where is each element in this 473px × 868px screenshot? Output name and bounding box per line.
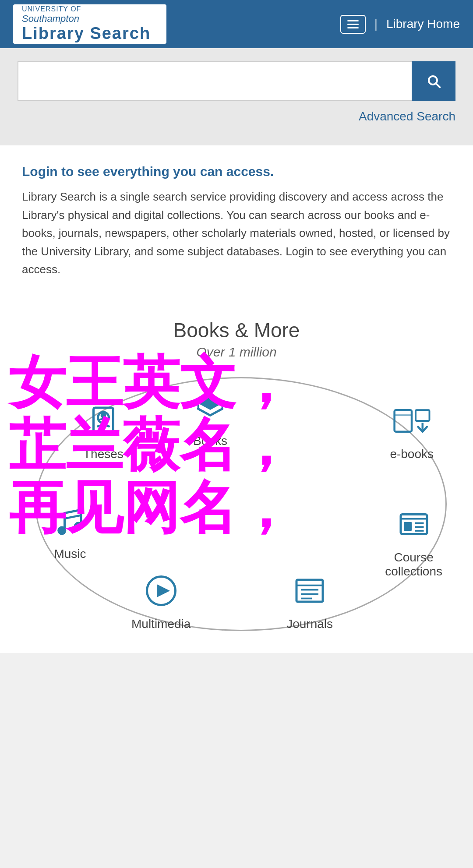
search-button[interactable] bbox=[412, 61, 455, 101]
logo-area: UNIVERSITY OF Southampton Library Search bbox=[13, 4, 166, 44]
list-item[interactable]: Journals bbox=[286, 573, 333, 631]
books-icon bbox=[193, 390, 228, 430]
svg-point-7 bbox=[57, 526, 66, 535]
svg-rect-12 bbox=[404, 522, 412, 531]
svg-line-9 bbox=[65, 515, 81, 519]
login-heading: Login to see everything you can access. bbox=[22, 163, 451, 180]
svg-rect-3 bbox=[395, 410, 412, 432]
svg-marker-17 bbox=[157, 584, 170, 597]
search-section: Advanced Search bbox=[0, 48, 473, 145]
login-description: Library Search is a single search servic… bbox=[22, 188, 451, 279]
oval-diagram: Theses Books bbox=[26, 377, 447, 640]
list-item[interactable]: Books bbox=[193, 390, 228, 448]
university-name: UNIVERSITY OF bbox=[22, 5, 158, 13]
advanced-search-link[interactable]: Advanced Search bbox=[18, 109, 455, 123]
ebooks-icon bbox=[392, 403, 431, 443]
music-label: Music bbox=[54, 547, 86, 561]
list-item[interactable]: e-books bbox=[390, 403, 434, 461]
app-header: UNIVERSITY OF Southampton Library Search… bbox=[0, 0, 473, 48]
library-home-link[interactable]: Library Home bbox=[386, 17, 460, 31]
journals-label: Journals bbox=[286, 617, 333, 631]
music-icon bbox=[53, 503, 88, 543]
list-item[interactable]: Music bbox=[53, 503, 88, 561]
books-more-title: Books & More bbox=[9, 318, 464, 342]
svg-rect-5 bbox=[416, 410, 430, 421]
ebooks-label: e-books bbox=[390, 447, 434, 461]
svg-point-2 bbox=[101, 413, 106, 418]
institution-name: Southampton bbox=[22, 13, 158, 25]
menu-icon-bar1 bbox=[347, 20, 359, 21]
header-nav: | Library Home bbox=[340, 15, 460, 34]
search-bar-wrapper bbox=[18, 61, 455, 101]
journals-icon bbox=[292, 573, 327, 613]
nav-divider: | bbox=[374, 17, 378, 31]
login-section: Login to see everything you can access. … bbox=[0, 145, 473, 305]
course-collections-icon bbox=[396, 507, 431, 546]
menu-icon-bar3 bbox=[347, 27, 359, 28]
course-label: Course collections bbox=[385, 550, 442, 579]
theses-icon bbox=[86, 403, 121, 443]
menu-icon-bar2 bbox=[347, 24, 359, 25]
menu-button[interactable] bbox=[340, 15, 366, 34]
multimedia-icon bbox=[144, 573, 179, 613]
books-more-subtitle: Over 1 million bbox=[9, 345, 464, 360]
list-item[interactable]: Course collections bbox=[385, 507, 442, 579]
theses-label: Theses bbox=[83, 447, 124, 461]
books-label: Books bbox=[193, 434, 227, 448]
svg-point-8 bbox=[74, 522, 83, 530]
list-item[interactable]: Multimedia bbox=[131, 573, 191, 631]
app-title: Library Search bbox=[22, 25, 158, 43]
search-input[interactable] bbox=[18, 61, 412, 101]
books-more-section: Books & More Over 1 million Theses bbox=[0, 305, 473, 653]
multimedia-label: Multimedia bbox=[131, 617, 191, 631]
list-item[interactable]: Theses bbox=[83, 403, 124, 461]
search-icon bbox=[425, 73, 442, 89]
